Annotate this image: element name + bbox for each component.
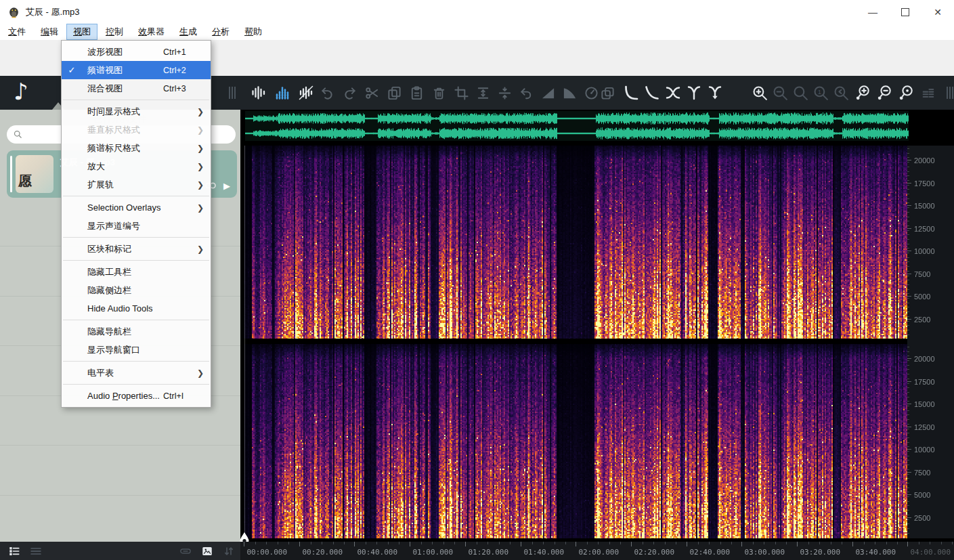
- vzoom-out-icon[interactable]: [876, 85, 893, 102]
- menu-item-14[interactable]: 区块和标记❯: [62, 240, 211, 258]
- menu-item-2[interactable]: ✓频谱视图Ctrl+2: [62, 61, 211, 79]
- menu-item-23[interactable]: 电平表❯: [62, 364, 211, 382]
- list-compact-icon[interactable]: [30, 545, 42, 557]
- mixed-view-icon[interactable]: [298, 85, 314, 101]
- meter-bars-icon[interactable]: [921, 85, 936, 100]
- active-file-indicator: [10, 156, 12, 192]
- redo-icon[interactable]: [342, 85, 357, 101]
- waveform-overview[interactable]: [245, 111, 909, 141]
- menu-bar: 文件编辑视图控制效果器生成分析帮助: [0, 24, 954, 40]
- reverse-icon[interactable]: [519, 85, 534, 101]
- trim-icon[interactable]: [454, 85, 469, 101]
- zoom-out-icon[interactable]: [772, 85, 789, 102]
- sort-icon[interactable]: [223, 545, 235, 557]
- fade-curve-j-icon[interactable]: [623, 85, 639, 101]
- menu-separator: [63, 196, 209, 196]
- playhead-line[interactable]: [244, 146, 245, 538]
- toolbar-drag-handle[interactable]: [229, 87, 236, 99]
- title-bar: 艾辰 - 愿.mp3 — ✕: [0, 0, 954, 24]
- menu-item-18[interactable]: Hide Audio Tools: [62, 299, 211, 318]
- zoom-one-icon[interactable]: 1: [812, 85, 829, 102]
- split-icon[interactable]: [497, 85, 513, 101]
- menu-item-1[interactable]: 波形视图Ctrl+1: [62, 43, 211, 61]
- menu-item-label: Hide Audio Tools: [82, 303, 163, 314]
- link-icon[interactable]: [179, 545, 192, 557]
- submenu-arrow-icon: ❯: [197, 125, 211, 135]
- gain-icon[interactable]: [584, 85, 599, 101]
- menubar-item-1[interactable]: 文件: [1, 24, 32, 40]
- menu-item-9[interactable]: 扩展轨❯: [62, 175, 211, 194]
- menubar-item-8[interactable]: 帮助: [238, 24, 269, 40]
- menu-item-shortcut: Ctrl+2: [163, 66, 197, 75]
- amplify-icon[interactable]: [475, 85, 491, 101]
- menu-item-label: 放大: [82, 160, 163, 173]
- menu-item-11[interactable]: Selection Overlays❯: [62, 198, 211, 217]
- zoom-reset-icon[interactable]: [792, 85, 809, 102]
- menu-item-shortcut: Ctrl+1: [163, 47, 197, 57]
- submenu-arrow-icon: ❯: [197, 144, 211, 153]
- menu-item-25[interactable]: Audio Properties...Ctrl+I: [62, 387, 211, 405]
- cut-icon[interactable]: [364, 85, 380, 101]
- minimize-button[interactable]: —: [857, 0, 889, 24]
- merge-curve-icon[interactable]: [707, 85, 723, 101]
- fade-curve-l-icon[interactable]: [644, 85, 660, 101]
- svg-text:1: 1: [818, 88, 821, 95]
- close-button[interactable]: ✕: [922, 0, 954, 24]
- menubar-item-2[interactable]: 编辑: [34, 24, 65, 40]
- check-icon: ✓: [62, 65, 82, 75]
- toolbar-drag-handle-right[interactable]: [947, 87, 953, 99]
- menu-item-5[interactable]: 时间显示格式❯: [62, 102, 211, 121]
- waveform-view-icon[interactable]: [251, 85, 267, 101]
- menu-separator: [63, 260, 209, 261]
- menubar-item-6[interactable]: 生成: [173, 24, 204, 40]
- menubar-item-4[interactable]: 控制: [99, 24, 130, 40]
- menu-item-7[interactable]: 频谱标尺格式❯: [62, 139, 211, 157]
- fade-in-icon[interactable]: [540, 85, 556, 101]
- menubar-item-5[interactable]: 效果器: [131, 24, 171, 40]
- editor-area: [240, 110, 954, 542]
- fade-out-icon[interactable]: [562, 85, 578, 101]
- menu-item-label: 时间显示格式: [82, 106, 163, 118]
- spectrogram-view-icon[interactable]: [274, 85, 290, 101]
- menu-item-label: 显示声道编号: [82, 220, 163, 232]
- menu-item-12[interactable]: 显示声道编号: [62, 217, 211, 235]
- menu-item-label: 混合视图: [82, 83, 163, 95]
- menu-item-16[interactable]: 隐藏工具栏: [62, 263, 211, 281]
- paste-icon[interactable]: [409, 85, 425, 101]
- menu-item-21[interactable]: 显示导航窗口: [62, 341, 211, 359]
- app-window: 艾辰 - 愿.mp3 — ✕ 文件编辑视图控制效果器生成分析帮助 i 44.1 …: [0, 0, 954, 560]
- menu-item-3[interactable]: 混合视图Ctrl+3: [62, 79, 211, 98]
- menu-item-label: 垂直标尺格式: [82, 124, 163, 136]
- duplicate-icon[interactable]: [600, 85, 615, 101]
- menu-item-label: Selection Overlays: [82, 202, 163, 213]
- menu-item-shortcut: Ctrl+I: [163, 391, 197, 401]
- menu-item-label: 波形视图: [82, 46, 163, 58]
- vzoom-in-icon[interactable]: [854, 85, 871, 102]
- crossfade-icon[interactable]: [665, 85, 681, 101]
- delete-icon[interactable]: [431, 85, 447, 101]
- search-icon: [13, 129, 23, 139]
- menu-separator: [63, 384, 209, 385]
- menu-item-20[interactable]: 隐藏导航栏: [62, 322, 211, 341]
- menubar-item-7[interactable]: 分析: [205, 24, 236, 40]
- play-file-icon[interactable]: ▶: [223, 181, 230, 191]
- list-detail-icon[interactable]: [8, 545, 20, 557]
- menu-item-label: 隐藏侧边栏: [82, 284, 163, 297]
- copy-icon[interactable]: [387, 85, 402, 101]
- artwork-icon[interactable]: [201, 545, 213, 557]
- menu-item-label: 隐藏工具栏: [82, 266, 163, 278]
- menu-item-label: 电平表: [82, 367, 163, 379]
- menu-separator: [63, 237, 209, 238]
- zoom-back-icon[interactable]: [833, 85, 850, 102]
- submenu-arrow-icon: ❯: [197, 244, 211, 254]
- split-curve-icon[interactable]: [686, 85, 702, 101]
- menu-item-8[interactable]: 放大❯: [62, 157, 211, 175]
- menubar-item-3[interactable]: 视图: [66, 24, 97, 40]
- menu-item-17[interactable]: 隐藏侧边栏: [62, 281, 211, 299]
- maximize-button[interactable]: [889, 0, 922, 24]
- zoom-in-icon[interactable]: [752, 85, 768, 102]
- spectrogram-canvas[interactable]: [244, 146, 907, 538]
- undo-icon[interactable]: [320, 85, 335, 101]
- submenu-arrow-icon: ❯: [197, 162, 211, 171]
- vzoom-reset-icon[interactable]: [898, 85, 915, 102]
